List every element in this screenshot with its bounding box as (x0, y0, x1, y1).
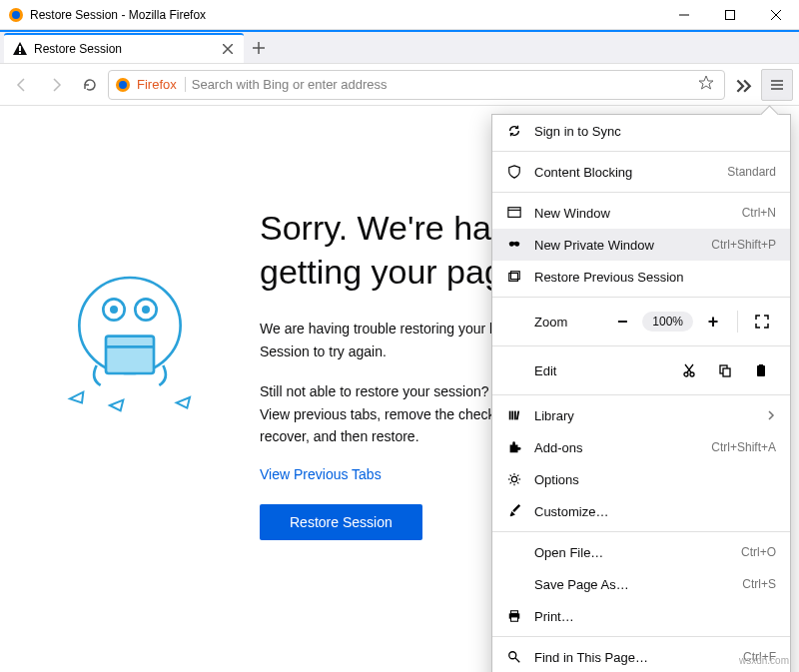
bookmark-star-button[interactable] (698, 75, 718, 95)
svg-point-28 (684, 372, 688, 376)
menu-label: Add-ons (534, 440, 699, 455)
application-menu: Sign in to Sync Content Blocking Standar… (491, 114, 791, 672)
back-button[interactable] (6, 69, 38, 101)
menu-separator (492, 151, 790, 152)
menu-new-window[interactable]: New Window Ctrl+N (492, 197, 790, 229)
menu-save-page[interactable]: Save Page As… Ctrl+S (492, 568, 790, 600)
menu-label: Print… (534, 609, 776, 624)
paintbrush-icon (506, 503, 522, 519)
menu-restore-previous-session[interactable]: Restore Previous Session (492, 261, 790, 293)
maximize-button[interactable] (707, 0, 753, 30)
close-button[interactable] (753, 0, 799, 30)
zoom-in-button[interactable]: + (699, 308, 727, 336)
menu-sign-in-sync[interactable]: Sign in to Sync (492, 115, 790, 147)
minimize-button[interactable] (661, 0, 707, 30)
menu-label: Open File… (534, 545, 729, 560)
svg-line-46 (517, 482, 518, 483)
svg-point-40 (511, 476, 516, 481)
svg-line-53 (515, 658, 519, 662)
menu-separator (492, 531, 790, 532)
svg-rect-51 (511, 617, 518, 621)
separator (737, 311, 738, 333)
navigation-toolbar: Firefox Search with Bing or enter addres… (0, 64, 799, 106)
svg-line-48 (517, 475, 518, 476)
window-titlebar: Restore Session - Mozilla Firefox (0, 0, 799, 30)
svg-rect-24 (508, 208, 520, 218)
new-tab-button[interactable] (244, 33, 274, 63)
menu-addons[interactable]: Add-ons Ctrl+Shift+A (492, 431, 790, 463)
hamburger-menu-button[interactable] (761, 69, 793, 101)
menu-print[interactable]: Print… (492, 600, 790, 632)
menu-label: New Private Window (534, 238, 699, 253)
error-illustration (40, 206, 220, 632)
svg-point-20 (110, 306, 118, 314)
tab-restore-session[interactable]: Restore Session (4, 33, 244, 63)
chevron-right-icon (766, 408, 776, 423)
warning-icon (12, 41, 28, 57)
reload-button[interactable] (74, 69, 106, 101)
menu-options[interactable]: Options (492, 463, 790, 495)
zoom-out-button[interactable]: − (608, 308, 636, 336)
search-icon (506, 649, 522, 665)
firefox-icon (115, 77, 131, 93)
svg-line-47 (510, 482, 511, 483)
menu-zoom-row: Zoom − 100% + (492, 302, 790, 341)
forward-button[interactable] (40, 69, 72, 101)
menu-library[interactable]: Library (492, 399, 790, 431)
library-icon (506, 407, 522, 423)
tab-close-button[interactable] (220, 41, 236, 57)
paste-button[interactable] (746, 356, 776, 384)
menu-shortcut: Ctrl+Shift+P (711, 238, 776, 252)
window-title: Restore Session - Mozilla Firefox (30, 8, 661, 22)
restore-session-button[interactable]: Restore Session (260, 504, 422, 540)
svg-point-21 (142, 306, 150, 314)
view-previous-tabs-link[interactable]: View Previous Tabs (260, 466, 382, 482)
menu-label: Content Blocking (534, 165, 715, 180)
zoom-percent[interactable]: 100% (642, 312, 693, 332)
svg-rect-39 (516, 411, 519, 420)
menu-separator (492, 394, 790, 395)
svg-point-1 (12, 11, 20, 19)
menu-shortcut: Ctrl+N (742, 206, 776, 220)
menu-separator (492, 636, 790, 637)
overflow-button[interactable] (727, 76, 759, 94)
svg-rect-6 (19, 46, 21, 51)
zoom-label: Zoom (506, 315, 602, 330)
svg-point-13 (119, 81, 127, 89)
menu-label: Restore Previous Session (534, 270, 776, 285)
url-bar[interactable]: Firefox Search with Bing or enter addres… (108, 70, 725, 100)
window-icon (506, 205, 522, 221)
menu-new-private-window[interactable]: New Private Window Ctrl+Shift+P (492, 229, 790, 261)
menu-shortcut: Ctrl+O (741, 545, 776, 559)
menu-content-blocking[interactable]: Content Blocking Standard (492, 156, 790, 188)
svg-rect-35 (759, 364, 763, 366)
menu-label: Options (534, 472, 776, 487)
cut-button[interactable] (674, 356, 704, 384)
puzzle-icon (506, 439, 522, 455)
svg-rect-38 (514, 411, 516, 420)
copy-button[interactable] (710, 356, 740, 384)
menu-shortcut: Ctrl+S (742, 577, 776, 591)
sync-icon (506, 123, 522, 139)
watermark: wsxdn.com (739, 655, 789, 666)
fullscreen-button[interactable] (748, 308, 776, 336)
svg-rect-3 (726, 10, 735, 19)
restore-icon (506, 269, 522, 285)
svg-rect-33 (723, 368, 730, 376)
svg-rect-49 (511, 611, 518, 614)
svg-rect-34 (757, 365, 765, 376)
menu-label: Save Page As… (534, 577, 730, 592)
svg-rect-36 (509, 411, 511, 420)
tab-bar: Restore Session (0, 30, 799, 64)
svg-point-29 (690, 372, 694, 376)
urlbar-placeholder: Search with Bing or enter address (192, 77, 692, 92)
menu-edit-row: Edit (492, 350, 790, 390)
svg-rect-7 (19, 52, 21, 54)
shield-icon (506, 164, 522, 180)
menu-open-file[interactable]: Open File… Ctrl+O (492, 536, 790, 568)
printer-icon (506, 608, 522, 624)
svg-point-52 (509, 652, 516, 659)
menu-separator (492, 345, 790, 346)
menu-label: Library (534, 408, 754, 423)
menu-customize[interactable]: Customize… (492, 495, 790, 527)
